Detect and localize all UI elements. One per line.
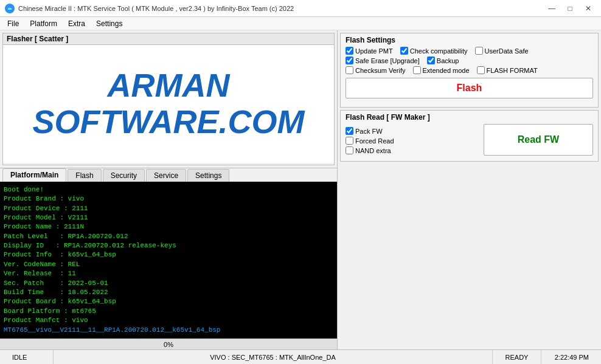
- menu-platform[interactable]: Platform: [25, 18, 62, 29]
- flash-read-title: Flash Read [ FW Maker ]: [346, 113, 593, 122]
- update-pmt-label: Update PMT: [355, 47, 393, 55]
- pack-fw-label: Pack FW: [355, 128, 383, 135]
- flash-format-checkbox[interactable]: FLASH FORMAT: [477, 66, 538, 74]
- check-compatibility-label: Check compatibility: [410, 47, 468, 55]
- log-line: Ver. CodeName : REL: [4, 260, 333, 269]
- flash-btn-row: Flash: [346, 78, 593, 98]
- log-line: Board Platform : mt6765: [4, 307, 333, 316]
- pack-fw-input[interactable]: [346, 127, 353, 135]
- log-line: MT6765__vivo__V2111__11__RP1A.200720.012…: [4, 326, 333, 335]
- tab-settings[interactable]: Settings: [187, 169, 229, 182]
- log-line: Product Model : V2111: [4, 213, 333, 222]
- flash-settings-group: Flash Settings Update PMT Check compatib…: [340, 33, 599, 108]
- flash-settings-row3: Checksum Verify Extended mode FLASH FORM…: [346, 66, 593, 74]
- status-idle: IDLE: [5, 350, 54, 364]
- log-line: Product Brand : vivo: [4, 194, 333, 204]
- check-compatibility-input[interactable]: [400, 47, 408, 55]
- checksum-verify-label: Checksum Verify: [355, 67, 406, 74]
- tab-service[interactable]: Service: [146, 169, 186, 182]
- log-line: Sec. Patch : 2022-05-01: [4, 279, 333, 288]
- flash-settings-title: Flash Settings: [346, 36, 593, 44]
- menu-settings[interactable]: Settings: [91, 18, 127, 29]
- tabs-bar: Platform/Main Flash Security Service Set…: [0, 168, 337, 182]
- safe-erase-checkbox[interactable]: Safe Erase [Upgrade]: [346, 57, 420, 64]
- log-line: Ver. Release : 11: [4, 269, 333, 278]
- fw-checkboxes: Pack FW Forced Read NAND extra: [346, 124, 479, 156]
- window-title: Chinese Miracle II : MTK Service Tool ( …: [18, 5, 294, 12]
- flash-button[interactable]: Flash: [346, 78, 593, 98]
- close-button[interactable]: ✕: [580, 2, 596, 15]
- fw-row1: Pack FW: [346, 127, 479, 135]
- flasher-content: ARMAN SOFTWARE.COM: [3, 45, 334, 163]
- forced-read-input[interactable]: [346, 137, 353, 145]
- read-fw-button[interactable]: Read FW: [484, 124, 593, 156]
- forced-read-checkbox[interactable]: Forced Read: [346, 137, 394, 145]
- fw-row3: NAND extra: [346, 146, 479, 154]
- progress-bar-container: 0%: [0, 338, 337, 349]
- maximize-button[interactable]: □: [562, 2, 578, 15]
- update-pmt-input[interactable]: [346, 47, 353, 55]
- extended-mode-checkbox[interactable]: Extended mode: [413, 66, 470, 74]
- minimize-button[interactable]: —: [544, 2, 560, 15]
- tab-platform-main[interactable]: Platform/Main: [2, 168, 66, 182]
- window-controls: — □ ✕: [544, 2, 596, 15]
- flasher-section: Flasher [ Scatter ] ARMAN SOFTWARE.COM: [2, 33, 335, 165]
- update-pmt-checkbox[interactable]: Update PMT: [346, 47, 393, 55]
- status-time: 2:22:49 PM: [541, 350, 596, 364]
- flash-settings-row2: Safe Erase [Upgrade] Backup: [346, 57, 593, 64]
- flash-settings-row1: Update PMT Check compatibility UserData …: [346, 47, 593, 55]
- title-left: ∞ Chinese Miracle II : MTK Service Tool …: [5, 4, 294, 13]
- menu-file[interactable]: File: [2, 18, 24, 29]
- log-line: Boot done!: [4, 185, 333, 194]
- backup-label: Backup: [437, 57, 459, 64]
- userdata-safe-checkbox[interactable]: UserData Safe: [475, 47, 529, 55]
- status-device: VIVO : SEC_MT6765 : MTK_AllInOne_DA: [54, 350, 493, 364]
- flash-format-label: FLASH FORMAT: [487, 67, 538, 74]
- extended-mode-input[interactable]: [413, 66, 421, 74]
- log-line: Display ID : RP1A.200720.012 release-key…: [4, 241, 333, 250]
- status-ready: READY: [493, 350, 541, 364]
- menu-extra[interactable]: Extra: [63, 18, 90, 29]
- flash-read-group: Flash Read [ FW Maker ] Pack FW Forced R…: [340, 110, 599, 162]
- menu-bar: File Platform Extra Settings: [0, 17, 601, 30]
- left-panel: Flasher [ Scatter ] ARMAN SOFTWARE.COM P…: [0, 30, 338, 349]
- progress-label: 0%: [164, 341, 173, 348]
- log-line: Product Device : 2111: [4, 204, 333, 213]
- tab-flash[interactable]: Flash: [68, 169, 101, 182]
- main-content: Flasher [ Scatter ] ARMAN SOFTWARE.COM P…: [0, 30, 601, 349]
- log-line: Product Info : k65v1_64_bsp: [4, 250, 333, 259]
- nand-extra-input[interactable]: [346, 146, 353, 154]
- tab-security[interactable]: Security: [103, 169, 145, 182]
- backup-checkbox[interactable]: Backup: [427, 57, 459, 64]
- log-line: Product Name : 2111N: [4, 222, 333, 232]
- pack-fw-checkbox[interactable]: Pack FW: [346, 127, 383, 135]
- log-line: Product Board : k65v1_64_bsp: [4, 297, 333, 306]
- log-area[interactable]: Boot done!Product Brand : vivoProduct De…: [0, 182, 337, 338]
- nand-extra-label: NAND extra: [355, 147, 391, 154]
- app-icon: ∞: [5, 4, 15, 13]
- safe-erase-label: Safe Erase [Upgrade]: [355, 57, 420, 64]
- flasher-title: Flasher [ Scatter ]: [3, 33, 334, 45]
- status-bar: IDLE VIVO : SEC_MT6765 : MTK_AllInOne_DA…: [0, 349, 601, 364]
- fw-row2: Forced Read: [346, 137, 479, 145]
- flasher-logo: ARMAN SOFTWARE.COM: [27, 61, 311, 146]
- fw-row: Pack FW Forced Read NAND extra: [346, 124, 593, 156]
- safe-erase-input[interactable]: [346, 57, 353, 64]
- log-line: Build Time : 18.05.2022: [4, 288, 333, 297]
- check-compatibility-checkbox[interactable]: Check compatibility: [400, 47, 468, 55]
- log-line: Patch Level : RP1A.200720.012: [4, 232, 333, 241]
- right-panel: Flash Settings Update PMT Check compatib…: [338, 30, 601, 349]
- extended-mode-label: Extended mode: [423, 67, 470, 74]
- logo-line1: ARMAN: [33, 67, 305, 103]
- logo-line2: SOFTWARE.COM: [33, 104, 305, 140]
- log-line: Product Manfct : vivo: [4, 316, 333, 325]
- checksum-verify-input[interactable]: [346, 66, 353, 74]
- title-bar: ∞ Chinese Miracle II : MTK Service Tool …: [0, 0, 601, 17]
- checksum-verify-checkbox[interactable]: Checksum Verify: [346, 66, 406, 74]
- flash-format-input[interactable]: [477, 66, 485, 74]
- nand-extra-checkbox[interactable]: NAND extra: [346, 146, 391, 154]
- bottom-section: Boot done!Product Brand : vivoProduct De…: [0, 182, 337, 349]
- forced-read-label: Forced Read: [355, 137, 394, 145]
- backup-input[interactable]: [427, 57, 435, 64]
- userdata-safe-input[interactable]: [475, 47, 483, 55]
